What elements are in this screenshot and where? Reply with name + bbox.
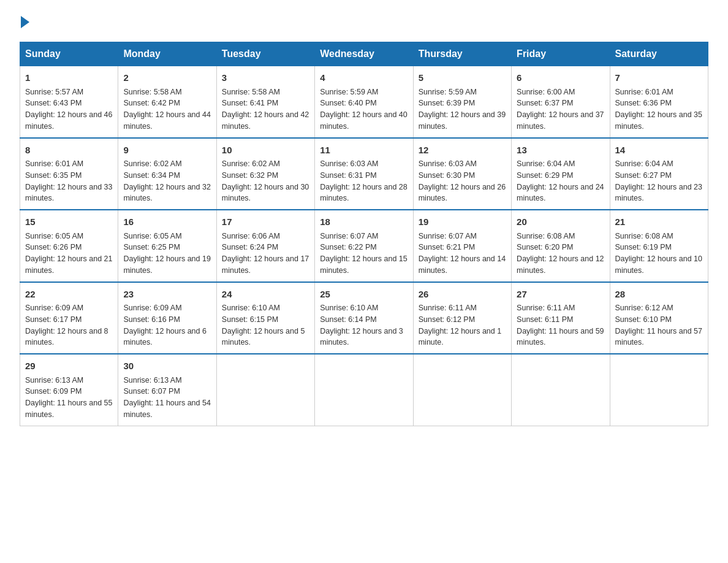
calendar-cell: 29Sunrise: 6:13 AMSunset: 6:09 PMDayligh… bbox=[20, 354, 118, 426]
day-info: Sunrise: 6:12 AMSunset: 6:10 PMDaylight:… bbox=[615, 302, 703, 348]
page-header bbox=[20, 15, 708, 27]
day-number: 9 bbox=[123, 144, 211, 158]
calendar-cell: 2Sunrise: 5:58 AMSunset: 6:42 PMDaylight… bbox=[118, 66, 216, 138]
day-info: Sunrise: 6:07 AMSunset: 6:22 PMDaylight:… bbox=[320, 231, 408, 277]
calendar-table: Sunday Monday Tuesday Wednesday Thursday… bbox=[20, 42, 708, 426]
col-sunday: Sunday bbox=[20, 42, 118, 66]
day-info: Sunrise: 6:04 AMSunset: 6:29 PMDaylight:… bbox=[517, 158, 604, 204]
col-wednesday: Wednesday bbox=[315, 42, 413, 66]
day-info: Sunrise: 6:04 AMSunset: 6:27 PMDaylight:… bbox=[615, 158, 703, 204]
calendar-cell: 11Sunrise: 6:03 AMSunset: 6:31 PMDayligh… bbox=[315, 138, 413, 210]
calendar-cell: 7Sunrise: 6:01 AMSunset: 6:36 PMDaylight… bbox=[610, 66, 708, 138]
col-friday: Friday bbox=[512, 42, 610, 66]
day-number: 21 bbox=[615, 215, 703, 229]
calendar-week-2: 8Sunrise: 6:01 AMSunset: 6:35 PMDaylight… bbox=[20, 138, 708, 210]
day-number: 11 bbox=[320, 144, 408, 158]
calendar-week-1: 1Sunrise: 5:57 AMSunset: 6:43 PMDaylight… bbox=[20, 66, 708, 138]
calendar-cell: 18Sunrise: 6:07 AMSunset: 6:22 PMDayligh… bbox=[315, 210, 413, 282]
calendar-cell bbox=[512, 354, 610, 426]
calendar-cell: 6Sunrise: 6:00 AMSunset: 6:37 PMDaylight… bbox=[512, 66, 610, 138]
day-number: 16 bbox=[123, 215, 211, 229]
calendar-cell: 20Sunrise: 6:08 AMSunset: 6:20 PMDayligh… bbox=[512, 210, 610, 282]
day-number: 22 bbox=[25, 288, 113, 302]
day-info: Sunrise: 6:03 AMSunset: 6:30 PMDaylight:… bbox=[419, 158, 506, 204]
day-info: Sunrise: 5:58 AMSunset: 6:41 PMDaylight:… bbox=[222, 86, 309, 132]
calendar-cell: 8Sunrise: 6:01 AMSunset: 6:35 PMDaylight… bbox=[20, 138, 118, 210]
day-info: Sunrise: 6:10 AMSunset: 6:14 PMDaylight:… bbox=[320, 302, 408, 348]
day-number: 24 bbox=[222, 288, 309, 302]
calendar-cell: 24Sunrise: 6:10 AMSunset: 6:15 PMDayligh… bbox=[216, 282, 314, 354]
calendar-cell: 16Sunrise: 6:05 AMSunset: 6:25 PMDayligh… bbox=[118, 210, 216, 282]
day-number: 10 bbox=[222, 144, 309, 158]
day-info: Sunrise: 6:01 AMSunset: 6:36 PMDaylight:… bbox=[615, 86, 703, 132]
calendar-cell: 3Sunrise: 5:58 AMSunset: 6:41 PMDaylight… bbox=[216, 66, 314, 138]
day-info: Sunrise: 6:07 AMSunset: 6:21 PMDaylight:… bbox=[419, 231, 506, 277]
logo-triangle-icon bbox=[21, 16, 29, 28]
day-number: 3 bbox=[222, 71, 309, 85]
day-info: Sunrise: 6:06 AMSunset: 6:24 PMDaylight:… bbox=[222, 231, 309, 277]
day-info: Sunrise: 5:59 AMSunset: 6:39 PMDaylight:… bbox=[419, 86, 506, 132]
logo bbox=[20, 15, 31, 27]
day-number: 27 bbox=[517, 288, 604, 302]
calendar-week-5: 29Sunrise: 6:13 AMSunset: 6:09 PMDayligh… bbox=[20, 354, 708, 426]
day-number: 15 bbox=[25, 215, 113, 229]
calendar-cell: 4Sunrise: 5:59 AMSunset: 6:40 PMDaylight… bbox=[315, 66, 413, 138]
day-info: Sunrise: 6:02 AMSunset: 6:32 PMDaylight:… bbox=[222, 158, 309, 204]
calendar-cell: 14Sunrise: 6:04 AMSunset: 6:27 PMDayligh… bbox=[610, 138, 708, 210]
calendar-cell: 10Sunrise: 6:02 AMSunset: 6:32 PMDayligh… bbox=[216, 138, 314, 210]
calendar-cell: 26Sunrise: 6:11 AMSunset: 6:12 PMDayligh… bbox=[413, 282, 511, 354]
day-number: 26 bbox=[419, 288, 506, 302]
calendar-cell bbox=[610, 354, 708, 426]
calendar-cell: 19Sunrise: 6:07 AMSunset: 6:21 PMDayligh… bbox=[413, 210, 511, 282]
day-number: 7 bbox=[615, 71, 703, 85]
day-info: Sunrise: 6:10 AMSunset: 6:15 PMDaylight:… bbox=[222, 302, 309, 348]
calendar-cell: 13Sunrise: 6:04 AMSunset: 6:29 PMDayligh… bbox=[512, 138, 610, 210]
header-row: Sunday Monday Tuesday Wednesday Thursday… bbox=[20, 42, 708, 66]
day-info: Sunrise: 6:05 AMSunset: 6:26 PMDaylight:… bbox=[25, 231, 113, 277]
calendar-week-4: 22Sunrise: 6:09 AMSunset: 6:17 PMDayligh… bbox=[20, 282, 708, 354]
col-thursday: Thursday bbox=[413, 42, 511, 66]
day-number: 2 bbox=[123, 71, 211, 85]
day-number: 30 bbox=[123, 359, 211, 373]
calendar-cell bbox=[315, 354, 413, 426]
day-number: 8 bbox=[25, 144, 113, 158]
day-number: 20 bbox=[517, 215, 604, 229]
day-number: 19 bbox=[419, 215, 506, 229]
day-info: Sunrise: 6:03 AMSunset: 6:31 PMDaylight:… bbox=[320, 158, 408, 204]
day-info: Sunrise: 6:05 AMSunset: 6:25 PMDaylight:… bbox=[123, 231, 211, 277]
calendar-cell: 17Sunrise: 6:06 AMSunset: 6:24 PMDayligh… bbox=[216, 210, 314, 282]
day-info: Sunrise: 6:13 AMSunset: 6:07 PMDaylight:… bbox=[123, 375, 211, 421]
day-number: 28 bbox=[615, 288, 703, 302]
calendar-cell: 27Sunrise: 6:11 AMSunset: 6:11 PMDayligh… bbox=[512, 282, 610, 354]
day-info: Sunrise: 6:08 AMSunset: 6:20 PMDaylight:… bbox=[517, 231, 604, 277]
day-info: Sunrise: 6:02 AMSunset: 6:34 PMDaylight:… bbox=[123, 158, 211, 204]
day-number: 6 bbox=[517, 71, 604, 85]
day-info: Sunrise: 5:59 AMSunset: 6:40 PMDaylight:… bbox=[320, 86, 408, 132]
calendar-cell: 22Sunrise: 6:09 AMSunset: 6:17 PMDayligh… bbox=[20, 282, 118, 354]
col-saturday: Saturday bbox=[610, 42, 708, 66]
calendar-header: Sunday Monday Tuesday Wednesday Thursday… bbox=[20, 42, 708, 66]
calendar-body: 1Sunrise: 5:57 AMSunset: 6:43 PMDaylight… bbox=[20, 66, 708, 426]
day-info: Sunrise: 5:57 AMSunset: 6:43 PMDaylight:… bbox=[25, 86, 113, 132]
day-number: 25 bbox=[320, 288, 408, 302]
calendar-cell: 12Sunrise: 6:03 AMSunset: 6:30 PMDayligh… bbox=[413, 138, 511, 210]
day-number: 14 bbox=[615, 144, 703, 158]
calendar-week-3: 15Sunrise: 6:05 AMSunset: 6:26 PMDayligh… bbox=[20, 210, 708, 282]
day-info: Sunrise: 6:01 AMSunset: 6:35 PMDaylight:… bbox=[25, 158, 113, 204]
calendar-cell bbox=[216, 354, 314, 426]
calendar-cell: 30Sunrise: 6:13 AMSunset: 6:07 PMDayligh… bbox=[118, 354, 216, 426]
calendar-cell: 5Sunrise: 5:59 AMSunset: 6:39 PMDaylight… bbox=[413, 66, 511, 138]
day-number: 4 bbox=[320, 71, 408, 85]
day-number: 17 bbox=[222, 215, 309, 229]
calendar-cell: 9Sunrise: 6:02 AMSunset: 6:34 PMDaylight… bbox=[118, 138, 216, 210]
day-info: Sunrise: 5:58 AMSunset: 6:42 PMDaylight:… bbox=[123, 86, 211, 132]
day-info: Sunrise: 6:00 AMSunset: 6:37 PMDaylight:… bbox=[517, 86, 604, 132]
calendar-cell: 25Sunrise: 6:10 AMSunset: 6:14 PMDayligh… bbox=[315, 282, 413, 354]
day-info: Sunrise: 6:13 AMSunset: 6:09 PMDaylight:… bbox=[25, 375, 113, 421]
calendar-cell bbox=[413, 354, 511, 426]
day-number: 23 bbox=[123, 288, 211, 302]
day-info: Sunrise: 6:11 AMSunset: 6:11 PMDaylight:… bbox=[517, 302, 604, 348]
day-info: Sunrise: 6:09 AMSunset: 6:16 PMDaylight:… bbox=[123, 302, 211, 348]
calendar-cell: 15Sunrise: 6:05 AMSunset: 6:26 PMDayligh… bbox=[20, 210, 118, 282]
day-info: Sunrise: 6:11 AMSunset: 6:12 PMDaylight:… bbox=[419, 302, 506, 348]
